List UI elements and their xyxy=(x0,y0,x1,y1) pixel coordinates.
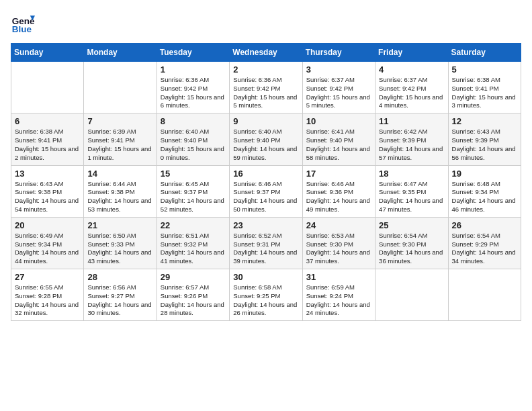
day-number: 1 xyxy=(161,64,226,75)
day-info: Sunrise: 6:39 AM Sunset: 9:41 PM Dayligh… xyxy=(87,128,152,162)
calendar-cell: 15Sunrise: 6:45 AM Sunset: 9:37 PM Dayli… xyxy=(157,165,229,217)
weekday-sunday: Sunday xyxy=(11,44,84,62)
day-info: Sunrise: 6:37 AM Sunset: 9:42 PM Dayligh… xyxy=(379,76,444,110)
day-info: Sunrise: 6:48 AM Sunset: 9:34 PM Dayligh… xyxy=(452,180,517,214)
day-number: 30 xyxy=(233,272,298,282)
calendar-cell: 16Sunrise: 6:46 AM Sunset: 9:37 PM Dayli… xyxy=(230,165,302,217)
calendar-cell: 17Sunrise: 6:46 AM Sunset: 9:36 PM Dayli… xyxy=(302,165,375,217)
day-number: 31 xyxy=(306,272,371,282)
day-info: Sunrise: 6:52 AM Sunset: 9:31 PM Dayligh… xyxy=(233,232,298,266)
day-number: 9 xyxy=(233,116,298,126)
day-info: Sunrise: 6:40 AM Sunset: 9:40 PM Dayligh… xyxy=(161,128,226,162)
day-number: 11 xyxy=(379,116,444,126)
calendar-cell: 31Sunrise: 6:59 AM Sunset: 9:24 PM Dayli… xyxy=(302,269,375,321)
day-number: 3 xyxy=(306,64,371,75)
calendar-cell: 5Sunrise: 6:38 AM Sunset: 9:41 PM Daylig… xyxy=(448,62,521,113)
day-number: 20 xyxy=(15,220,80,230)
day-info: Sunrise: 6:43 AM Sunset: 9:39 PM Dayligh… xyxy=(452,128,517,162)
day-info: Sunrise: 6:38 AM Sunset: 9:41 PM Dayligh… xyxy=(452,76,517,110)
day-number: 24 xyxy=(306,220,371,230)
day-info: Sunrise: 6:46 AM Sunset: 9:36 PM Dayligh… xyxy=(306,180,371,214)
day-info: Sunrise: 6:54 AM Sunset: 9:29 PM Dayligh… xyxy=(452,232,517,266)
day-number: 7 xyxy=(87,116,152,126)
day-number: 4 xyxy=(379,64,444,75)
day-info: Sunrise: 6:42 AM Sunset: 9:39 PM Dayligh… xyxy=(379,128,444,162)
calendar-cell: 25Sunrise: 6:54 AM Sunset: 9:30 PM Dayli… xyxy=(375,217,448,269)
calendar-cell: 18Sunrise: 6:47 AM Sunset: 9:35 PM Dayli… xyxy=(375,165,448,217)
day-number: 28 xyxy=(87,272,152,282)
logo: General Blue xyxy=(11,11,38,35)
calendar-cell: 21Sunrise: 6:50 AM Sunset: 9:33 PM Dayli… xyxy=(84,217,157,269)
day-number: 2 xyxy=(233,64,298,75)
day-info: Sunrise: 6:47 AM Sunset: 9:35 PM Dayligh… xyxy=(379,180,444,214)
calendar-cell: 6Sunrise: 6:38 AM Sunset: 9:41 PM Daylig… xyxy=(11,113,84,165)
svg-text:Blue: Blue xyxy=(12,24,32,34)
day-number: 16 xyxy=(233,169,298,179)
day-info: Sunrise: 6:37 AM Sunset: 9:42 PM Dayligh… xyxy=(306,76,371,110)
day-number: 21 xyxy=(87,220,152,230)
day-number: 6 xyxy=(15,116,80,126)
day-number: 27 xyxy=(15,272,80,282)
day-info: Sunrise: 6:46 AM Sunset: 9:37 PM Dayligh… xyxy=(233,180,298,214)
day-info: Sunrise: 6:40 AM Sunset: 9:40 PM Dayligh… xyxy=(233,128,298,162)
calendar-cell: 12Sunrise: 6:43 AM Sunset: 9:39 PM Dayli… xyxy=(448,113,521,165)
calendar-cell: 9Sunrise: 6:40 AM Sunset: 9:40 PM Daylig… xyxy=(230,113,302,165)
calendar-cell: 3Sunrise: 6:37 AM Sunset: 9:42 PM Daylig… xyxy=(302,62,375,113)
calendar-cell xyxy=(11,62,84,113)
day-info: Sunrise: 6:45 AM Sunset: 9:37 PM Dayligh… xyxy=(161,180,226,214)
day-number: 19 xyxy=(452,169,517,179)
calendar-cell xyxy=(84,62,157,113)
weekday-tuesday: Tuesday xyxy=(157,44,229,62)
day-number: 13 xyxy=(15,169,80,179)
calendar-cell: 27Sunrise: 6:55 AM Sunset: 9:28 PM Dayli… xyxy=(11,269,84,321)
page-header: General Blue xyxy=(11,11,521,35)
calendar-cell: 22Sunrise: 6:51 AM Sunset: 9:32 PM Dayli… xyxy=(157,217,229,269)
day-info: Sunrise: 6:56 AM Sunset: 9:27 PM Dayligh… xyxy=(87,283,152,318)
calendar-cell: 8Sunrise: 6:40 AM Sunset: 9:40 PM Daylig… xyxy=(157,113,229,165)
day-info: Sunrise: 6:59 AM Sunset: 9:24 PM Dayligh… xyxy=(306,283,371,318)
day-info: Sunrise: 6:49 AM Sunset: 9:34 PM Dayligh… xyxy=(15,232,80,266)
calendar-cell: 29Sunrise: 6:57 AM Sunset: 9:26 PM Dayli… xyxy=(157,269,229,321)
day-number: 14 xyxy=(87,169,152,179)
day-info: Sunrise: 6:43 AM Sunset: 9:38 PM Dayligh… xyxy=(15,180,80,214)
calendar-cell: 4Sunrise: 6:37 AM Sunset: 9:42 PM Daylig… xyxy=(375,62,448,113)
day-info: Sunrise: 6:38 AM Sunset: 9:41 PM Dayligh… xyxy=(15,128,80,162)
day-info: Sunrise: 6:50 AM Sunset: 9:33 PM Dayligh… xyxy=(87,232,152,266)
day-info: Sunrise: 6:36 AM Sunset: 9:42 PM Dayligh… xyxy=(161,76,226,110)
weekday-saturday: Saturday xyxy=(448,44,521,62)
day-info: Sunrise: 6:54 AM Sunset: 9:30 PM Dayligh… xyxy=(379,232,444,266)
day-info: Sunrise: 6:57 AM Sunset: 9:26 PM Dayligh… xyxy=(161,283,226,318)
day-number: 10 xyxy=(306,116,371,126)
day-number: 17 xyxy=(306,169,371,179)
day-number: 5 xyxy=(452,64,517,75)
calendar-cell: 14Sunrise: 6:44 AM Sunset: 9:38 PM Dayli… xyxy=(84,165,157,217)
calendar-cell: 26Sunrise: 6:54 AM Sunset: 9:29 PM Dayli… xyxy=(448,217,521,269)
day-info: Sunrise: 6:53 AM Sunset: 9:30 PM Dayligh… xyxy=(306,232,371,266)
day-number: 15 xyxy=(161,169,226,179)
calendar-cell: 30Sunrise: 6:58 AM Sunset: 9:25 PM Dayli… xyxy=(230,269,302,321)
weekday-wednesday: Wednesday xyxy=(230,44,302,62)
day-number: 8 xyxy=(161,116,226,126)
day-number: 26 xyxy=(452,220,517,230)
logo-icon: General Blue xyxy=(11,11,35,35)
weekday-thursday: Thursday xyxy=(302,44,375,62)
calendar-cell: 10Sunrise: 6:41 AM Sunset: 9:40 PM Dayli… xyxy=(302,113,375,165)
day-number: 22 xyxy=(161,220,226,230)
day-info: Sunrise: 6:44 AM Sunset: 9:38 PM Dayligh… xyxy=(87,180,152,214)
day-number: 18 xyxy=(379,169,444,179)
calendar-cell: 23Sunrise: 6:52 AM Sunset: 9:31 PM Dayli… xyxy=(230,217,302,269)
day-number: 12 xyxy=(452,116,517,126)
day-number: 25 xyxy=(379,220,444,230)
calendar-cell: 7Sunrise: 6:39 AM Sunset: 9:41 PM Daylig… xyxy=(84,113,157,165)
day-info: Sunrise: 6:41 AM Sunset: 9:40 PM Dayligh… xyxy=(306,128,371,162)
weekday-friday: Friday xyxy=(375,44,448,62)
day-number: 29 xyxy=(161,272,226,282)
calendar-header: SundayMondayTuesdayWednesdayThursdayFrid… xyxy=(11,44,521,62)
weekday-monday: Monday xyxy=(84,44,157,62)
calendar-cell: 13Sunrise: 6:43 AM Sunset: 9:38 PM Dayli… xyxy=(11,165,84,217)
calendar-cell: 2Sunrise: 6:36 AM Sunset: 9:42 PM Daylig… xyxy=(230,62,302,113)
calendar-table: SundayMondayTuesdayWednesdayThursdayFrid… xyxy=(11,43,521,321)
calendar-cell: 28Sunrise: 6:56 AM Sunset: 9:27 PM Dayli… xyxy=(84,269,157,321)
day-info: Sunrise: 6:55 AM Sunset: 9:28 PM Dayligh… xyxy=(15,283,80,318)
day-info: Sunrise: 6:36 AM Sunset: 9:42 PM Dayligh… xyxy=(233,76,298,110)
